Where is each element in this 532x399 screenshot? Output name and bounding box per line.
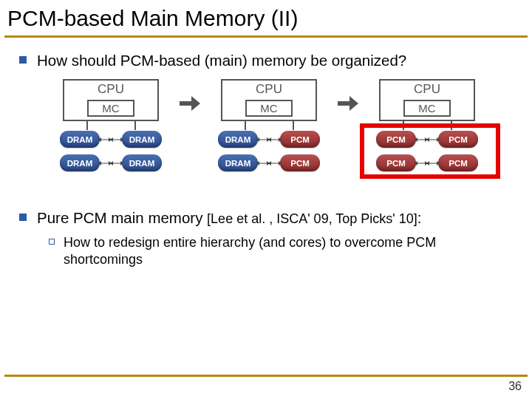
bullet-icon xyxy=(19,56,27,64)
slide-content: How should PCM-based (main) memory be or… xyxy=(0,38,532,267)
bullet-text: Pure PCM main memory [Lee et al. , ISCA'… xyxy=(37,208,422,228)
cpu-box: CPUMC xyxy=(379,79,475,121)
connector xyxy=(270,139,280,140)
connector xyxy=(428,139,438,140)
mem-dram: DRAM xyxy=(122,131,162,148)
bullet-question: How should PCM-based (main) memory be or… xyxy=(19,51,519,70)
bus-stems xyxy=(221,120,317,130)
text-prefix: Pure PCM main memory xyxy=(37,209,207,226)
mem-dram: DRAM xyxy=(60,154,100,171)
slide-title: PCM-based Main Memory (II) xyxy=(0,0,532,35)
sub-bullet-icon xyxy=(49,239,55,245)
mem-pcm: PCM xyxy=(438,154,478,171)
sub-bullet-text: How to redesign entire hierarchy (and co… xyxy=(64,234,519,267)
mem-dram: DRAM xyxy=(218,131,258,148)
connector xyxy=(100,163,110,164)
mem-pcm: PCM xyxy=(438,131,478,148)
connector xyxy=(416,163,426,164)
bus-stems xyxy=(379,120,475,130)
mc-box: MC xyxy=(87,100,134,117)
architecture-diagram: CPUMCDRAMDRAMDRAMDRAMCPUMCDRAMPCMDRAMPCM… xyxy=(19,79,519,173)
arrow-right-icon xyxy=(338,93,358,114)
mem-pcm: PCM xyxy=(280,131,320,148)
mem-pcm: PCM xyxy=(376,154,416,171)
sub-bullet: How to redesign entire hierarchy (and co… xyxy=(49,234,519,267)
connector xyxy=(416,139,426,140)
bullet-pure-pcm: Pure PCM main memory [Lee et al. , ISCA'… xyxy=(19,208,519,228)
arch-1: CPUMCDRAMPCMDRAMPCM xyxy=(206,79,332,173)
cpu-box: CPUMC xyxy=(63,79,159,121)
page-number: 36 xyxy=(508,380,522,393)
mem-dram: DRAM xyxy=(218,154,258,171)
connector xyxy=(258,139,268,140)
mem-dram: DRAM xyxy=(122,154,162,171)
mc-box: MC xyxy=(245,100,293,117)
connector xyxy=(112,163,122,164)
cpu-box: CPUMC xyxy=(221,79,317,121)
connector xyxy=(112,139,122,140)
memory-grid: PCMPCMPCMPCM xyxy=(376,130,478,173)
bullet-text: How should PCM-based (main) memory be or… xyxy=(37,51,406,70)
mc-box: MC xyxy=(403,100,451,117)
connector xyxy=(100,139,110,140)
arrow-right-icon xyxy=(180,93,200,114)
mem-pcm: PCM xyxy=(376,131,416,148)
bullet-icon xyxy=(19,214,27,221)
mem-pcm: PCM xyxy=(280,154,320,171)
connector xyxy=(428,163,438,164)
memory-grid: DRAMDRAMDRAMDRAM xyxy=(60,130,162,173)
arch-0: CPUMCDRAMDRAMDRAMDRAM xyxy=(48,79,174,173)
bus-stems xyxy=(63,120,159,130)
memory-grid: DRAMPCMDRAMPCM xyxy=(218,130,320,173)
citation: [Lee et al. , ISCA' 09, Top Picks' 10] xyxy=(207,211,417,226)
arch-2: CPUMCPCMPCMPCMPCM xyxy=(364,79,490,173)
connector xyxy=(258,163,268,164)
divider-bottom xyxy=(4,375,528,377)
mem-dram: DRAM xyxy=(60,131,100,148)
text-suffix: : xyxy=(417,209,422,226)
connector xyxy=(270,163,280,164)
